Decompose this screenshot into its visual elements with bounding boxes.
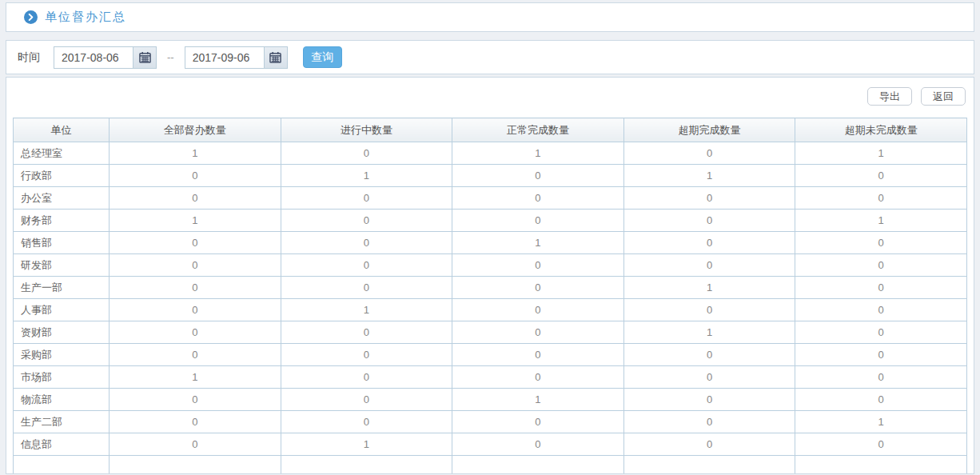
value-cell — [110, 456, 281, 475]
search-button[interactable]: 查询 — [303, 46, 342, 68]
summary-table: 单位全部督办数量进行中数量正常完成数量超期完成数量超期未完成数量 总经理室101… — [13, 118, 967, 474]
unit-cell: 财务部 — [14, 210, 110, 232]
value-cell: 1 — [281, 165, 452, 187]
date-to-input[interactable] — [185, 46, 265, 69]
table-row: 生产二部00001 — [14, 411, 967, 433]
unit-cell: 人事部 — [14, 299, 110, 321]
value-cell: 0 — [281, 187, 452, 210]
table-container: 单位全部督办数量进行中数量正常完成数量超期完成数量超期未完成数量 总经理室101… — [6, 106, 974, 474]
unit-cell: 物流部 — [14, 389, 110, 411]
unit-cell: 研发部 — [14, 254, 110, 277]
value-cell: 0 — [795, 344, 967, 366]
table-row: 采购部00000 — [14, 344, 967, 366]
table-row: 销售部00100 — [14, 232, 967, 254]
value-cell: 0 — [452, 299, 624, 321]
value-cell: 1 — [795, 142, 967, 165]
value-cell: 1 — [795, 210, 967, 232]
value-cell: 0 — [795, 165, 967, 187]
value-cell: 0 — [795, 254, 967, 277]
unit-cell: 资财部 — [14, 321, 110, 344]
table-header: 单位全部督办数量进行中数量正常完成数量超期完成数量超期未完成数量 — [14, 118, 967, 142]
value-cell: 0 — [281, 344, 452, 366]
table-row: 人事部01000 — [14, 299, 967, 321]
value-cell: 0 — [281, 411, 452, 433]
filter-bar: 时间 -- — [6, 40, 974, 74]
value-cell: 0 — [452, 277, 624, 299]
value-cell — [795, 456, 967, 475]
value-cell: 0 — [795, 321, 967, 344]
value-cell: 1 — [452, 232, 624, 254]
value-cell: 0 — [623, 254, 795, 277]
unit-cell: 信息部 — [14, 433, 110, 456]
table-row: 行政部01010 — [14, 165, 967, 187]
unit-cell: 采购部 — [14, 344, 110, 366]
export-button[interactable]: 导出 — [867, 87, 912, 106]
date-from-widget — [54, 46, 157, 69]
date-to-widget — [185, 46, 288, 69]
value-cell: 0 — [281, 389, 452, 411]
value-cell: 0 — [795, 389, 967, 411]
value-cell — [281, 456, 452, 475]
value-cell: 0 — [281, 142, 452, 165]
calendar-icon[interactable] — [264, 46, 288, 69]
value-cell: 0 — [281, 254, 452, 277]
table-body: 总经理室10101行政部01010办公室00000财务部10001销售部0010… — [14, 142, 967, 475]
value-cell: 1 — [110, 142, 281, 165]
header-row: 单位全部督办数量进行中数量正常完成数量超期完成数量超期未完成数量 — [14, 118, 967, 142]
column-header: 进行中数量 — [281, 118, 452, 142]
value-cell: 0 — [110, 232, 281, 254]
date-from-input[interactable] — [54, 46, 133, 69]
value-cell: 0 — [452, 210, 624, 232]
value-cell: 0 — [623, 210, 795, 232]
table-row: 生产一部00010 — [14, 277, 967, 299]
value-cell: 0 — [623, 232, 795, 254]
unit-cell: 生产二部 — [14, 411, 110, 433]
value-cell: 0 — [795, 299, 967, 321]
table-row: 信息部01000 — [14, 433, 967, 456]
value-cell: 0 — [452, 433, 624, 456]
value-cell — [623, 456, 795, 475]
value-cell: 0 — [110, 411, 281, 433]
date-range-separator: -- — [167, 51, 174, 63]
column-header: 正常完成数量 — [452, 118, 624, 142]
arrow-circle-icon — [24, 10, 38, 24]
page-header: 单位督办汇总 — [6, 2, 974, 32]
unit-cell: 行政部 — [14, 165, 110, 187]
value-cell: 0 — [110, 254, 281, 277]
back-button[interactable]: 返回 — [921, 87, 966, 106]
value-cell: 0 — [110, 321, 281, 344]
value-cell: 0 — [623, 187, 795, 210]
unit-cell: 总经理室 — [14, 142, 110, 165]
value-cell: 0 — [452, 321, 624, 344]
value-cell: 0 — [623, 433, 795, 456]
value-cell: 0 — [452, 366, 624, 389]
action-toolbar: 导出 返回 — [6, 78, 974, 106]
unit-cell: 市场部 — [14, 366, 110, 389]
value-cell: 1 — [623, 277, 795, 299]
value-cell: 0 — [452, 344, 624, 366]
value-cell: 0 — [110, 187, 281, 210]
value-cell: 0 — [281, 366, 452, 389]
table-row: 财务部10001 — [14, 210, 967, 232]
value-cell: 0 — [623, 389, 795, 411]
value-cell: 0 — [795, 366, 967, 389]
value-cell: 0 — [110, 165, 281, 187]
value-cell: 0 — [623, 142, 795, 165]
column-header: 超期完成数量 — [623, 118, 795, 142]
value-cell: 0 — [281, 210, 452, 232]
table-row: 总经理室10101 — [14, 142, 967, 165]
main-panel: 导出 返回 单位全部督办数量进行中数量正常完成数量超期完成数量超期未完成数量 总… — [6, 77, 974, 474]
value-cell: 0 — [281, 232, 452, 254]
time-label: 时间 — [18, 50, 40, 65]
table-row-partial — [14, 456, 967, 475]
value-cell: 1 — [623, 165, 795, 187]
value-cell: 0 — [795, 277, 967, 299]
value-cell: 0 — [623, 299, 795, 321]
value-cell: 1 — [281, 299, 452, 321]
value-cell: 1 — [795, 411, 967, 433]
calendar-icon[interactable] — [133, 46, 157, 69]
column-header: 超期未完成数量 — [795, 118, 967, 142]
table-row: 物流部00100 — [14, 389, 967, 411]
unit-cell — [14, 456, 110, 475]
column-header: 全部督办数量 — [110, 118, 281, 142]
